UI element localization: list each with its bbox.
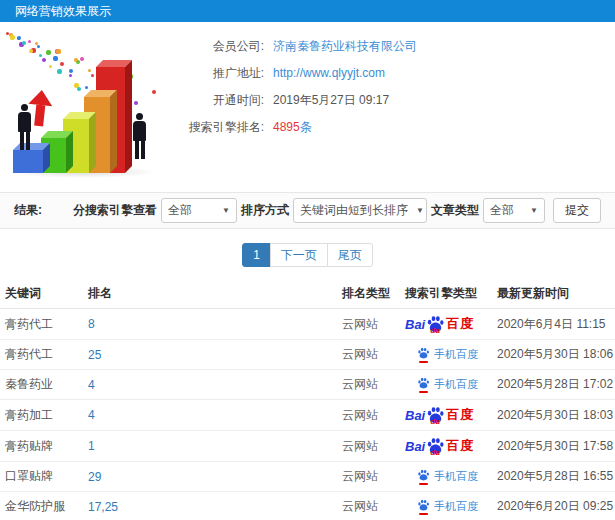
updated-time-cell: 2020年5月28日 17:02: [497, 370, 615, 400]
article-type-select[interactable]: 全部 ▼: [483, 198, 545, 223]
table-row: 口罩贴牌 29 云网站 手机百度 2020年5月28日 16:55: [0, 462, 615, 492]
confetti-dot: [49, 65, 52, 68]
keyword-cell: 秦鲁药业: [0, 370, 88, 400]
confetti-dot: [17, 36, 21, 40]
result-label: 结果:: [14, 202, 42, 219]
search-engine-cell: Bai du 百度: [405, 309, 497, 340]
rank-link[interactable]: 4: [88, 408, 95, 422]
confetti-dot: [60, 62, 64, 66]
businessman-figure-left: [18, 104, 31, 150]
baidu-mobile-logo: 手机百度: [417, 499, 478, 515]
keyword-cell: 金华防护服: [0, 492, 88, 520]
info-value: 4895条: [273, 119, 312, 136]
baidu-paw-icon: [417, 499, 430, 512]
updated-time-cell: 2020年6月4日 11:15: [497, 309, 615, 340]
updated-time-cell: 2020年5月30日 17:58: [497, 431, 615, 462]
baidu-pc-logo: Bai du 百度: [405, 315, 474, 333]
info-label: 开通时间:: [178, 92, 264, 109]
keyword-cell: 膏药代工: [0, 340, 88, 370]
engine-view-selected-value: 全部: [168, 202, 192, 219]
table-row: 膏药贴牌 1 云网站 Bai du 百度 2020年5月30日 17:58: [0, 431, 615, 462]
page-button-current[interactable]: 1: [242, 243, 271, 267]
baidu-pc-logo: Bai du 百度: [405, 406, 474, 424]
rank-link[interactable]: 25: [88, 348, 101, 362]
rank-link[interactable]: 29: [88, 470, 101, 484]
info-value-link[interactable]: http://www.qlyyjt.com: [273, 65, 385, 82]
rank-type-cell: 云网站: [342, 309, 405, 340]
page-button[interactable]: 尾页: [327, 243, 373, 267]
confetti-dot: [69, 74, 72, 77]
rank-link[interactable]: 17,25: [88, 500, 118, 514]
search-engine-cell: Bai du 百度: [405, 400, 497, 431]
baidu-paw-icon: [417, 469, 430, 482]
info-label: 搜索引擎排名:: [178, 119, 264, 136]
info-row: 推广地址:http://www.qlyyjt.com: [178, 65, 615, 82]
column-header: 搜索引擎类型: [405, 278, 497, 309]
column-header: 关键词: [0, 278, 88, 309]
window-title-bar: 网络营销效果展示: [0, 0, 615, 22]
chevron-down-icon: ▼: [222, 206, 230, 215]
table-header-row: 关键词排名排名类型搜索引擎类型最新更新时间: [0, 278, 615, 309]
info-row: 搜索引擎排名:4895条: [178, 119, 615, 136]
updated-time-cell: 2020年5月30日 18:06: [497, 340, 615, 370]
column-header: 最新更新时间: [497, 278, 615, 309]
sort-label: 排序方式: [241, 202, 289, 219]
article-type-label: 文章类型: [431, 202, 479, 219]
bar-chart-growth-illustration: [0, 28, 170, 180]
updated-time-cell: 2020年5月28日 16:55: [497, 462, 615, 492]
rank-cell: 4: [88, 400, 342, 431]
confetti-dot: [53, 56, 58, 61]
submit-button[interactable]: 提交: [553, 198, 601, 223]
table-row: 膏药代工 25 云网站 手机百度 2020年5月30日 18:06: [0, 340, 615, 370]
rank-type-cell: 云网站: [342, 462, 405, 492]
confetti-dot: [42, 58, 46, 62]
table-row: 秦鲁药业 4 云网站 手机百度 2020年5月28日 17:02: [0, 370, 615, 400]
rank-type-cell: 云网站: [342, 492, 405, 520]
result-filter-bar: 结果: 分搜索引擎查看 全部 ▼ 排序方式 关键词由短到长排序 ▼ 文章类型 全…: [0, 192, 615, 229]
rank-type-cell: 云网站: [342, 340, 405, 370]
confetti-dot: [10, 35, 15, 40]
keyword-cell: 膏药贴牌: [0, 431, 88, 462]
search-engine-cell: Bai du 百度: [405, 431, 497, 462]
page-button[interactable]: 下一页: [270, 243, 328, 267]
confetti-dot: [56, 49, 61, 54]
baidu-paw-icon: [417, 377, 430, 390]
engine-view-select[interactable]: 全部 ▼: [161, 198, 237, 223]
confetti-dot: [28, 40, 31, 43]
info-label: 会员公司:: [178, 38, 264, 55]
rank-link[interactable]: 8: [88, 317, 95, 331]
baidu-pc-logo: Bai du 百度: [405, 437, 474, 455]
confetti-dot: [46, 50, 51, 55]
updated-time-cell: 2020年6月20日 09:25: [497, 492, 615, 520]
rank-cell: 4: [88, 370, 342, 400]
confetti-dot: [91, 74, 94, 77]
rank-cell: 17,25: [88, 492, 342, 520]
info-row: 开通时间:2019年5月27日 09:17: [178, 92, 615, 109]
pagination-section: 1下一页尾页: [0, 229, 615, 278]
rank-type-cell: 云网站: [342, 400, 405, 431]
chevron-down-icon: ▼: [416, 206, 424, 215]
baidu-mobile-logo: 手机百度: [417, 469, 478, 485]
info-label: 推广地址:: [178, 65, 264, 82]
businessman-figure-right: [133, 113, 146, 159]
filter-controls: 分搜索引擎查看 全部 ▼ 排序方式 关键词由短到长排序 ▼ 文章类型 全部 ▼ …: [69, 198, 601, 223]
rank-type-cell: 云网站: [342, 370, 405, 400]
confetti-dot: [134, 101, 138, 105]
page-title: 网络营销效果展示: [15, 4, 111, 18]
baidu-paw-icon: [417, 347, 430, 360]
info-value-link[interactable]: 济南秦鲁药业科技有限公司: [273, 38, 417, 55]
confetti-dot: [37, 45, 40, 48]
pagination: 1下一页尾页: [242, 243, 373, 267]
table-row: 膏药代工 8 云网站 Bai du 百度 2020年6月4日 11:15: [0, 309, 615, 340]
search-engine-cell: 手机百度: [405, 370, 497, 400]
sort-select[interactable]: 关键词由短到长排序 ▼: [293, 198, 427, 223]
search-engine-cell: 手机百度: [405, 462, 497, 492]
column-header: 排名类型: [342, 278, 405, 309]
confetti-dot: [77, 87, 81, 91]
confetti-dot: [22, 41, 26, 45]
confetti-dot: [80, 57, 84, 61]
confetti-dot: [88, 69, 91, 72]
confetti-dot: [152, 90, 156, 94]
rank-link[interactable]: 1: [88, 439, 95, 453]
rank-link[interactable]: 4: [88, 378, 95, 392]
